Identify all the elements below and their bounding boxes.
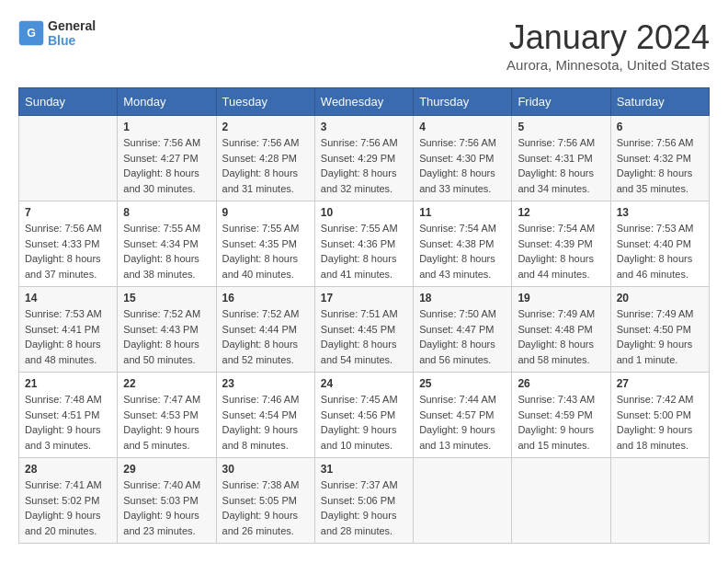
calendar-week-5: 28Sunrise: 7:41 AM Sunset: 5:02 PM Dayli…: [19, 458, 710, 544]
logo-icon: G: [18, 20, 44, 46]
day-number: 13: [617, 206, 703, 219]
calendar-week-2: 7Sunrise: 7:56 AM Sunset: 4:33 PM Daylig…: [19, 201, 710, 287]
calendar-cell: 26Sunrise: 7:43 AM Sunset: 4:59 PM Dayli…: [512, 373, 610, 458]
day-number: 5: [518, 121, 604, 133]
day-number: 19: [518, 292, 604, 304]
calendar-week-3: 14Sunrise: 7:53 AM Sunset: 4:41 PM Dayli…: [19, 287, 710, 373]
day-number: 15: [123, 292, 210, 304]
logo-text: GeneralBlue: [48, 18, 96, 48]
calendar-cell: 27Sunrise: 7:42 AM Sunset: 5:00 PM Dayli…: [610, 373, 709, 458]
day-number: 1: [123, 121, 210, 133]
calendar-cell: 8Sunrise: 7:55 AM Sunset: 4:34 PM Daylig…: [118, 201, 216, 287]
calendar-cell: 1Sunrise: 7:56 AM Sunset: 4:27 PM Daylig…: [118, 116, 216, 201]
calendar-cell: 6Sunrise: 7:56 AM Sunset: 4:32 PM Daylig…: [610, 116, 709, 201]
day-info: Sunrise: 7:52 AM Sunset: 4:44 PM Dayligh…: [222, 306, 309, 367]
day-info: Sunrise: 7:37 AM Sunset: 5:06 PM Dayligh…: [321, 477, 407, 538]
day-info: Sunrise: 7:56 AM Sunset: 4:30 PM Dayligh…: [419, 135, 506, 196]
calendar-cell: 23Sunrise: 7:46 AM Sunset: 4:54 PM Dayli…: [216, 373, 314, 458]
day-info: Sunrise: 7:55 AM Sunset: 4:34 PM Dayligh…: [123, 221, 210, 282]
day-number: 29: [123, 463, 210, 476]
day-info: Sunrise: 7:56 AM Sunset: 4:27 PM Dayligh…: [123, 135, 210, 196]
day-number: 27: [617, 377, 703, 390]
day-number: 18: [419, 292, 506, 304]
day-number: 17: [321, 292, 407, 304]
day-info: Sunrise: 7:46 AM Sunset: 4:54 PM Dayligh…: [222, 392, 309, 453]
day-info: Sunrise: 7:43 AM Sunset: 4:59 PM Dayligh…: [518, 392, 604, 453]
day-info: Sunrise: 7:50 AM Sunset: 4:47 PM Dayligh…: [419, 306, 506, 367]
day-info: Sunrise: 7:53 AM Sunset: 4:41 PM Dayligh…: [25, 306, 111, 367]
day-number: 16: [222, 292, 309, 304]
day-number: 12: [518, 206, 604, 219]
weekday-header-saturday: Saturday: [610, 88, 709, 116]
svg-text:G: G: [27, 27, 36, 40]
calendar-cell: [512, 458, 610, 544]
day-info: Sunrise: 7:44 AM Sunset: 4:57 PM Dayligh…: [419, 392, 506, 453]
calendar-cell: 9Sunrise: 7:55 AM Sunset: 4:35 PM Daylig…: [216, 201, 314, 287]
calendar-cell: [414, 458, 512, 544]
weekday-header-monday: Monday: [118, 88, 216, 116]
title-block: January 2024 Aurora, Minnesota, United S…: [506, 18, 710, 73]
calendar-cell: 14Sunrise: 7:53 AM Sunset: 4:41 PM Dayli…: [19, 287, 118, 373]
calendar-cell: 22Sunrise: 7:47 AM Sunset: 4:53 PM Dayli…: [118, 373, 216, 458]
day-number: 2: [222, 121, 309, 133]
weekday-header-tuesday: Tuesday: [216, 88, 314, 116]
weekday-header-wednesday: Wednesday: [314, 88, 413, 116]
day-info: Sunrise: 7:55 AM Sunset: 4:35 PM Dayligh…: [222, 221, 309, 282]
day-info: Sunrise: 7:56 AM Sunset: 4:29 PM Dayligh…: [321, 135, 407, 196]
weekday-header-sunday: Sunday: [19, 88, 118, 116]
day-number: 6: [617, 121, 703, 133]
calendar-cell: 13Sunrise: 7:53 AM Sunset: 4:40 PM Dayli…: [610, 201, 709, 287]
calendar-cell: 20Sunrise: 7:49 AM Sunset: 4:50 PM Dayli…: [610, 287, 709, 373]
calendar-cell: 10Sunrise: 7:55 AM Sunset: 4:36 PM Dayli…: [314, 201, 413, 287]
day-number: 10: [321, 206, 407, 219]
calendar-cell: 29Sunrise: 7:40 AM Sunset: 5:03 PM Dayli…: [118, 458, 216, 544]
calendar-cell: 5Sunrise: 7:56 AM Sunset: 4:31 PM Daylig…: [512, 116, 610, 201]
calendar-cell: 30Sunrise: 7:38 AM Sunset: 5:05 PM Dayli…: [216, 458, 314, 544]
calendar-week-1: 1Sunrise: 7:56 AM Sunset: 4:27 PM Daylig…: [19, 116, 710, 201]
day-number: 14: [25, 292, 111, 304]
calendar-cell: 25Sunrise: 7:44 AM Sunset: 4:57 PM Dayli…: [414, 373, 512, 458]
day-number: 30: [222, 463, 309, 476]
location: Aurora, Minnesota, United States: [506, 57, 710, 73]
weekday-header-row: SundayMondayTuesdayWednesdayThursdayFrid…: [19, 88, 710, 116]
day-number: 20: [617, 292, 703, 304]
calendar-cell: 3Sunrise: 7:56 AM Sunset: 4:29 PM Daylig…: [314, 116, 413, 201]
day-info: Sunrise: 7:53 AM Sunset: 4:40 PM Dayligh…: [617, 221, 703, 282]
calendar-cell: 16Sunrise: 7:52 AM Sunset: 4:44 PM Dayli…: [216, 287, 314, 373]
calendar-cell: 31Sunrise: 7:37 AM Sunset: 5:06 PM Dayli…: [314, 458, 413, 544]
calendar-cell: 15Sunrise: 7:52 AM Sunset: 4:43 PM Dayli…: [118, 287, 216, 373]
day-info: Sunrise: 7:40 AM Sunset: 5:03 PM Dayligh…: [123, 477, 210, 538]
day-number: 8: [123, 206, 210, 219]
day-number: 22: [123, 377, 210, 390]
day-info: Sunrise: 7:38 AM Sunset: 5:05 PM Dayligh…: [222, 477, 309, 538]
day-info: Sunrise: 7:41 AM Sunset: 5:02 PM Dayligh…: [25, 477, 111, 538]
calendar-cell: 19Sunrise: 7:49 AM Sunset: 4:48 PM Dayli…: [512, 287, 610, 373]
calendar-cell: 28Sunrise: 7:41 AM Sunset: 5:02 PM Dayli…: [19, 458, 118, 544]
month-title: January 2024: [506, 18, 710, 57]
day-info: Sunrise: 7:54 AM Sunset: 4:39 PM Dayligh…: [518, 221, 604, 282]
day-info: Sunrise: 7:45 AM Sunset: 4:56 PM Dayligh…: [321, 392, 407, 453]
day-info: Sunrise: 7:47 AM Sunset: 4:53 PM Dayligh…: [123, 392, 210, 453]
calendar-cell: [19, 116, 118, 201]
calendar-cell: 11Sunrise: 7:54 AM Sunset: 4:38 PM Dayli…: [414, 201, 512, 287]
day-number: 11: [419, 206, 506, 219]
day-info: Sunrise: 7:56 AM Sunset: 4:31 PM Dayligh…: [518, 135, 604, 196]
calendar-cell: 17Sunrise: 7:51 AM Sunset: 4:45 PM Dayli…: [314, 287, 413, 373]
page-header: G GeneralBlue January 2024 Aurora, Minne…: [18, 18, 710, 73]
day-info: Sunrise: 7:51 AM Sunset: 4:45 PM Dayligh…: [321, 306, 407, 367]
calendar-cell: 4Sunrise: 7:56 AM Sunset: 4:30 PM Daylig…: [414, 116, 512, 201]
day-info: Sunrise: 7:56 AM Sunset: 4:33 PM Dayligh…: [25, 221, 111, 282]
day-info: Sunrise: 7:55 AM Sunset: 4:36 PM Dayligh…: [321, 221, 407, 282]
calendar-cell: 7Sunrise: 7:56 AM Sunset: 4:33 PM Daylig…: [19, 201, 118, 287]
day-info: Sunrise: 7:54 AM Sunset: 4:38 PM Dayligh…: [419, 221, 506, 282]
day-number: 9: [222, 206, 309, 219]
day-number: 21: [25, 377, 111, 390]
day-number: 24: [321, 377, 407, 390]
day-number: 7: [25, 206, 111, 219]
calendar-week-4: 21Sunrise: 7:48 AM Sunset: 4:51 PM Dayli…: [19, 373, 710, 458]
day-info: Sunrise: 7:52 AM Sunset: 4:43 PM Dayligh…: [123, 306, 210, 367]
day-info: Sunrise: 7:48 AM Sunset: 4:51 PM Dayligh…: [25, 392, 111, 453]
weekday-header-friday: Friday: [512, 88, 610, 116]
logo: G GeneralBlue: [18, 18, 96, 48]
day-number: 28: [25, 463, 111, 476]
